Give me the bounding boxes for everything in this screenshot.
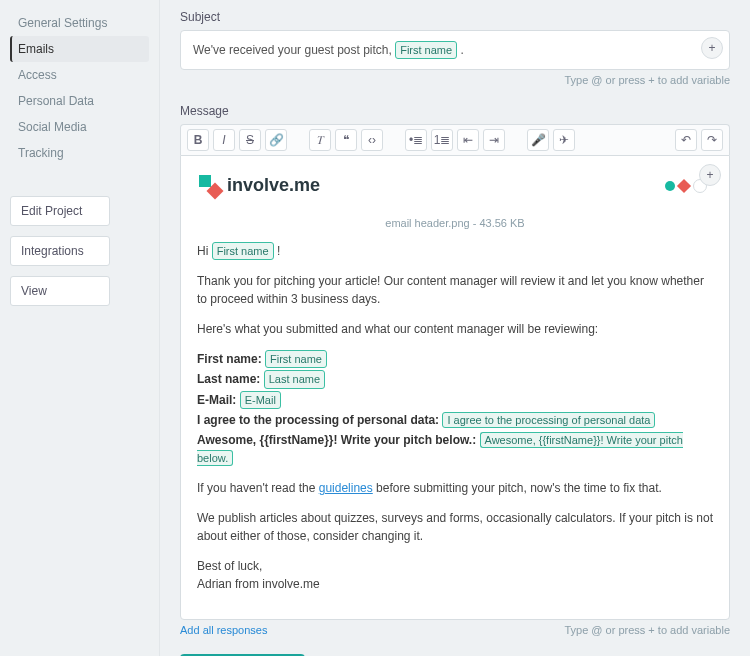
sidebar-item-social-media[interactable]: Social Media xyxy=(10,114,149,140)
send-button[interactable]: ✈ xyxy=(553,129,575,151)
subject-text-suffix: . xyxy=(460,43,463,57)
editor-add-variable-button[interactable]: + xyxy=(699,164,721,186)
sidebar-item-general[interactable]: General Settings xyxy=(10,10,149,36)
redo-button[interactable]: ↷ xyxy=(701,129,723,151)
greeting-line: Hi First name ! xyxy=(197,242,713,260)
message-hint: Type @ or press + to add variable xyxy=(564,624,730,636)
subject-input[interactable]: We've received your guest post pitch, Fi… xyxy=(180,30,730,70)
var-email[interactable]: E-Mail xyxy=(240,391,281,409)
mic-button[interactable]: 🎤 xyxy=(527,129,549,151)
sidebar: General Settings Emails Access Personal … xyxy=(0,0,160,656)
field-consent: I agree to the processing of personal da… xyxy=(197,411,713,429)
logo-mark-icon xyxy=(199,175,221,197)
subject-text-prefix: We've received your guest post pitch, xyxy=(193,43,395,57)
code-button[interactable]: ‹› xyxy=(361,129,383,151)
edit-project-button[interactable]: Edit Project xyxy=(10,196,110,226)
undo-button[interactable]: ↶ xyxy=(675,129,697,151)
indent-button[interactable]: ⇥ xyxy=(483,129,505,151)
deco-diamond-icon xyxy=(677,179,691,193)
strike-button[interactable]: S xyxy=(239,129,261,151)
message-hint-row: Add all responses Type @ or press + to a… xyxy=(180,624,730,636)
subject-add-variable-button[interactable]: + xyxy=(701,37,723,59)
var-first-name[interactable]: First name xyxy=(265,350,327,368)
var-last-name[interactable]: Last name xyxy=(264,370,325,388)
add-all-responses-link[interactable]: Add all responses xyxy=(180,624,267,636)
quote-button[interactable]: ❝ xyxy=(335,129,357,151)
field-last-name: Last name: Last name xyxy=(197,370,713,388)
subject-variable-pill[interactable]: First name xyxy=(395,41,457,59)
message-section: Message B I S 🔗 𝑇 ❝ ‹› •≣ 1≣ xyxy=(180,104,730,636)
field-pitch: Awesome, {{firstName}}! Write your pitch… xyxy=(197,431,713,467)
field-email: E-Mail: E-Mail xyxy=(197,391,713,409)
subject-label: Subject xyxy=(180,10,730,24)
submitted-intro: Here's what you submitted and what our c… xyxy=(197,320,713,338)
intro-paragraph: Thank you for pitching your article! Our… xyxy=(197,272,713,308)
ol-button[interactable]: 1≣ xyxy=(431,129,453,151)
signoff-2: Adrian from involve.me xyxy=(197,575,713,593)
field-first-name: First name: First name xyxy=(197,350,713,368)
image-caption: email header.png - 43.56 KB xyxy=(197,215,713,232)
sidebar-item-personal-data[interactable]: Personal Data xyxy=(10,88,149,114)
view-button[interactable]: View xyxy=(10,276,110,306)
message-content: Hi First name ! Thank you for pitching y… xyxy=(197,242,713,593)
link-button[interactable]: 🔗 xyxy=(265,129,287,151)
outdent-button[interactable]: ⇤ xyxy=(457,129,479,151)
var-consent[interactable]: I agree to the processing of personal da… xyxy=(442,412,655,428)
logo: involve.me xyxy=(199,172,320,199)
fontsize-button[interactable]: 𝑇 xyxy=(309,129,331,151)
subject-hint: Type @ or press + to add variable xyxy=(180,74,730,86)
logo-text: involve.me xyxy=(227,172,320,199)
integrations-button[interactable]: Integrations xyxy=(10,236,110,266)
sidebar-item-tracking[interactable]: Tracking xyxy=(10,140,149,166)
ul-button[interactable]: •≣ xyxy=(405,129,427,151)
bold-button[interactable]: B xyxy=(187,129,209,151)
main-panel: Subject We've received your guest post p… xyxy=(160,0,750,656)
sidebar-item-emails[interactable]: Emails xyxy=(10,36,149,62)
signoff-1: Best of luck, xyxy=(197,557,713,575)
editor-toolbar: B I S 🔗 𝑇 ❝ ‹› •≣ 1≣ ⇤ ⇥ xyxy=(180,124,730,155)
guidelines-line: If you haven't read the guidelines befor… xyxy=(197,479,713,497)
sidebar-item-access[interactable]: Access xyxy=(10,62,149,88)
publish-note: We publish articles about quizzes, surve… xyxy=(197,509,713,545)
email-header-image: involve.me xyxy=(197,170,713,211)
sidebar-buttons: Edit Project Integrations View xyxy=(10,196,149,306)
deco-dot-icon xyxy=(665,181,675,191)
italic-button[interactable]: I xyxy=(213,129,235,151)
editor-body[interactable]: + involve.me email header.png - 43.56 xyxy=(180,155,730,620)
greeting-variable-pill[interactable]: First name xyxy=(212,242,274,260)
message-label: Message xyxy=(180,104,730,118)
guidelines-link[interactable]: guidelines xyxy=(319,481,373,495)
app-root: General Settings Emails Access Personal … xyxy=(0,0,750,656)
